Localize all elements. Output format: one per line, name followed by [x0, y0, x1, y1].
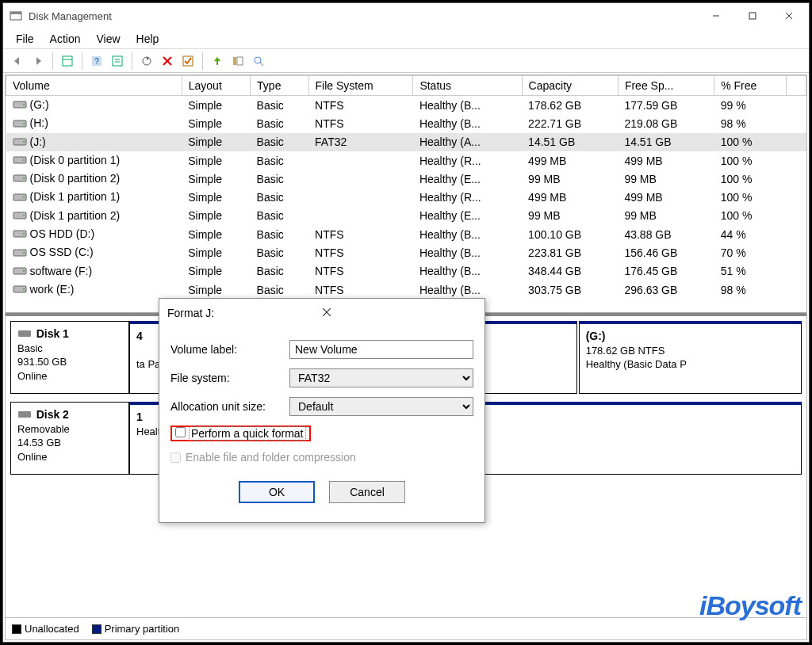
disk-2-status: Online: [17, 451, 48, 463]
close-icon[interactable]: [322, 307, 477, 319]
help-icon[interactable]: ?: [87, 52, 106, 71]
format-dialog: Format J: Volume label: File system: FAT…: [159, 298, 485, 523]
svg-point-22: [23, 104, 25, 105]
table-row[interactable]: work (E:)SimpleBasicNTFSHealthy (B...303…: [6, 281, 806, 299]
svg-rect-1: [10, 12, 21, 14]
table-row[interactable]: (H:)SimpleBasicNTFSHealthy (B...222.71 G…: [6, 114, 806, 132]
checkbox-icon[interactable]: [178, 52, 197, 71]
disk-1-size: 931.50 GB: [17, 356, 67, 368]
svg-point-38: [23, 252, 25, 254]
table-row[interactable]: OS SSD (C:)SimpleBasicNTFSHealthy (B...2…: [6, 243, 806, 261]
compression-label: Enable file and folder compression: [186, 451, 356, 464]
drive-icon: [13, 173, 27, 185]
watermark: iBoysoft: [699, 590, 801, 621]
svg-point-40: [23, 270, 25, 272]
volume-list[interactable]: VolumeLayoutTypeFile SystemStatusCapacit…: [6, 75, 806, 313]
svg-rect-10: [113, 56, 122, 66]
file-system-select[interactable]: FAT32: [289, 368, 473, 387]
drive-icon: [13, 136, 27, 149]
volume-label-label: Volume label:: [170, 343, 289, 356]
table-row[interactable]: (Disk 0 partition 2)SimpleBasicHealthy (…: [6, 170, 806, 188]
upload-icon[interactable]: [208, 52, 227, 71]
toolbar: ?: [3, 49, 809, 73]
disk-1-type: Basic: [17, 342, 43, 354]
menu-action[interactable]: Action: [42, 31, 89, 47]
file-system-label: File system:: [170, 372, 289, 384]
quick-format-checkbox[interactable]: [175, 427, 186, 437]
drive-icon: [13, 192, 27, 204]
delete-icon[interactable]: [158, 52, 177, 71]
window-title: Disk Management: [29, 10, 698, 22]
legend-unallocated: Unallocated: [12, 623, 79, 635]
refresh-icon[interactable]: [137, 52, 156, 71]
back-icon[interactable]: [8, 52, 27, 71]
column-header[interactable]: % Free: [714, 76, 787, 96]
minimize-button[interactable]: [698, 4, 734, 28]
cancel-button[interactable]: Cancel: [329, 481, 405, 503]
table-row[interactable]: (G:)SimpleBasicNTFSHealthy (B...178.62 G…: [6, 96, 806, 115]
menu-file[interactable]: File: [8, 31, 42, 47]
forward-icon[interactable]: [29, 52, 48, 71]
column-header[interactable]: Volume: [6, 76, 182, 96]
drive-icon: [13, 265, 27, 278]
table-row[interactable]: (Disk 1 partition 2)SimpleBasicHealthy (…: [6, 207, 806, 225]
svg-point-26: [23, 141, 25, 143]
partition[interactable]: (G:)178.62 GB NTFSHealthy (Basic Data P: [579, 321, 802, 394]
svg-rect-17: [233, 57, 236, 65]
dialog-title: Format J:: [167, 307, 322, 319]
table-row[interactable]: OS HDD (D:)SimpleBasicNTFSHealthy (B...1…: [6, 225, 806, 243]
table-row[interactable]: software (F:)SimpleBasicNTFSHealthy (B..…: [6, 262, 806, 281]
allocation-unit-select[interactable]: Default: [289, 397, 473, 416]
table-row[interactable]: (J:)SimpleBasicFAT32Healthy (A...14.51 G…: [6, 133, 806, 151]
svg-rect-6: [63, 56, 72, 66]
svg-point-34: [23, 215, 25, 216]
disk-2-label[interactable]: Disk 2 Removable 14.53 GB Online: [10, 402, 129, 475]
dialog-titlebar: Format J:: [159, 299, 485, 327]
column-header[interactable]: Layout: [182, 76, 250, 96]
svg-point-30: [23, 177, 25, 179]
column-header[interactable]: Free Sp...: [618, 76, 714, 96]
svg-point-36: [23, 233, 25, 235]
disk-2-type: Removable: [17, 423, 70, 435]
console-icon[interactable]: [58, 52, 77, 71]
column-header[interactable]: File System: [308, 76, 413, 96]
svg-rect-43: [18, 330, 31, 337]
column-header[interactable]: Type: [251, 76, 308, 96]
quick-format-label: Perform a quick format: [189, 426, 306, 441]
disk-icon: [17, 328, 32, 339]
menu-view[interactable]: View: [88, 31, 128, 47]
svg-point-28: [23, 159, 25, 161]
disk-icon: [17, 409, 32, 420]
svg-rect-18: [237, 57, 243, 65]
disk-1-label[interactable]: Disk 1 Basic 931.50 GB Online: [10, 321, 129, 394]
drive-icon: [13, 99, 27, 112]
maximize-button[interactable]: [734, 4, 771, 28]
titlebar: Disk Management: [3, 3, 809, 29]
table-row[interactable]: (Disk 1 partition 1)SimpleBasicHealthy (…: [6, 188, 806, 206]
disk-1-status: Online: [17, 370, 48, 382]
app-icon: [10, 10, 22, 22]
disk-1-title: Disk 1: [36, 327, 69, 340]
disk-2-title: Disk 2: [36, 408, 69, 421]
volume-label-input[interactable]: [289, 340, 473, 359]
column-header[interactable]: Status: [413, 76, 522, 96]
legend: Unallocated Primary partition: [6, 617, 806, 639]
drive-icon: [13, 118, 27, 131]
svg-point-32: [23, 197, 25, 198]
drive-icon: [13, 284, 27, 296]
search-icon[interactable]: [249, 52, 268, 71]
close-button[interactable]: [771, 4, 807, 28]
menubar: File Action View Help: [3, 29, 809, 49]
list-icon[interactable]: [228, 52, 247, 71]
disk-2-size: 14.53 GB: [17, 437, 61, 448]
table-row[interactable]: (Disk 0 partition 1)SimpleBasicHealthy (…: [6, 151, 806, 170]
properties-icon[interactable]: [108, 52, 127, 71]
menu-help[interactable]: Help: [128, 31, 167, 47]
drive-icon: [13, 247, 27, 260]
drive-icon: [13, 210, 27, 223]
column-header[interactable]: Capacity: [522, 76, 618, 96]
allocation-unit-label: Allocation unit size:: [170, 400, 289, 413]
svg-point-24: [23, 123, 25, 124]
svg-rect-44: [18, 411, 31, 418]
ok-button[interactable]: OK: [239, 481, 315, 503]
